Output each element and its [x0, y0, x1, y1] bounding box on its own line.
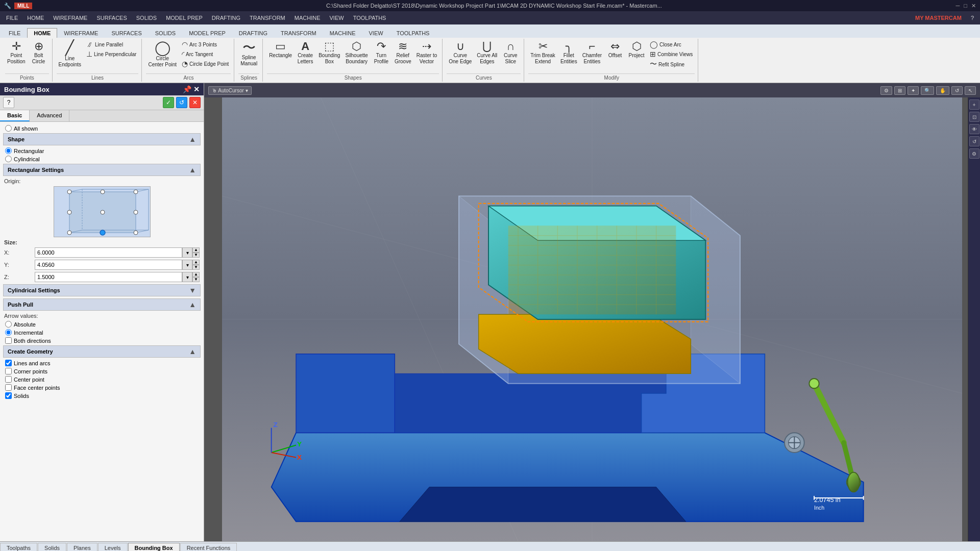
offset-button[interactable]: ⇔ Offset — [605, 40, 625, 60]
circle-center-point-button[interactable]: ◯ CircleCenter Point — [146, 40, 179, 69]
tab-basic[interactable]: Basic — [0, 110, 30, 121]
panel-close-button[interactable]: ✕ — [193, 85, 200, 93]
select-button[interactable]: ↖ — [965, 86, 976, 95]
incremental-label[interactable]: Incremental — [14, 330, 43, 336]
trim-break-extend-button[interactable]: ✂ Trim BreakExtend — [528, 40, 557, 66]
face-center-points-checkbox[interactable] — [5, 384, 12, 391]
x-dropdown-button[interactable]: ▾ — [182, 247, 192, 258]
curve-slice-button[interactable]: ∩ CurveSlice — [500, 40, 521, 66]
rectangle-button[interactable]: ▭ Rectangle — [267, 40, 294, 60]
tab-surfaces[interactable]: SURFACES — [105, 28, 148, 38]
btab-recent-functions[interactable]: Recent Functions — [180, 543, 237, 551]
menu-transform[interactable]: TRANSFORM — [246, 13, 289, 22]
rp-rotate-button[interactable]: ↺ — [969, 136, 979, 146]
cylindrical-settings-header[interactable]: Cylindrical Settings ▼ — [3, 284, 201, 296]
tab-view[interactable]: VIEW — [362, 28, 390, 38]
absolute-label[interactable]: Absolute — [14, 321, 36, 328]
tab-machine[interactable]: MACHINE — [323, 28, 362, 38]
close-button[interactable]: ✕ — [971, 3, 976, 9]
project-button[interactable]: ⬡ Project — [626, 40, 647, 60]
solids-label[interactable]: Solids — [14, 393, 29, 399]
z-dropdown-button[interactable]: ▾ — [182, 272, 192, 282]
menu-surfaces[interactable]: SURFACES — [92, 13, 131, 22]
corner-points-label[interactable]: Corner points — [14, 368, 47, 374]
incremental-radio[interactable] — [5, 329, 12, 336]
line-perpendicular-button[interactable]: ⊥ Line Perpendicular — [84, 49, 138, 59]
tab-toolpaths[interactable]: TOOLPATHS — [390, 28, 436, 38]
menu-solids[interactable]: SOLIDS — [132, 13, 161, 22]
all-shown-label[interactable]: All shown — [14, 126, 38, 132]
menu-wireframe[interactable]: WIREFRAME — [49, 13, 91, 22]
view-options-button[interactable]: ⚙ — [880, 86, 892, 95]
zoom-button[interactable]: 🔍 — [921, 86, 934, 95]
create-letters-button[interactable]: A CreateLetters — [295, 40, 315, 66]
btab-bounding-box[interactable]: Bounding Box — [128, 543, 180, 551]
spline-manual-button[interactable]: 〜 SplineManual — [238, 40, 259, 68]
create-geometry-header[interactable]: Create Geometry ▲ — [3, 345, 201, 358]
bounding-box-button[interactable]: ⬚ BoundingBox — [316, 40, 342, 66]
fillet-entities-button[interactable]: ╮ FilletEntities — [558, 40, 579, 66]
panel-cancel-button[interactable]: ✕ — [189, 97, 201, 108]
tab-model-prep[interactable]: MODEL PREP — [182, 28, 232, 38]
tab-transform[interactable]: TRANSFORM — [274, 28, 323, 38]
absolute-radio[interactable] — [5, 321, 12, 328]
point-position-button[interactable]: ✛ PointPosition — [5, 40, 28, 66]
tab-drafting[interactable]: DRAFTING — [232, 28, 274, 38]
rectangular-label[interactable]: Rectangular — [14, 148, 44, 154]
refit-spline-button[interactable]: 〜 Refit Spline — [648, 59, 695, 69]
center-point-label[interactable]: Center point — [14, 377, 44, 383]
line-endpoints-button[interactable]: ╱ LineEndpoints — [57, 40, 83, 69]
arc-3-points-button[interactable]: ◠ Arc 3 Points — [180, 40, 231, 49]
raster-to-vector-button[interactable]: ⇢ Raster toVector — [414, 40, 439, 66]
rotate-button[interactable]: ↺ — [951, 86, 963, 95]
btab-levels[interactable]: Levels — [98, 543, 128, 551]
curve-all-edges-button[interactable]: ⋃ Curve AllEdges — [475, 40, 499, 66]
solids-checkbox[interactable] — [5, 392, 12, 399]
both-directions-label[interactable]: Both directions — [14, 338, 51, 344]
origin-diagram[interactable] — [54, 186, 151, 237]
push-pull-header[interactable]: Push Pull ▲ — [3, 298, 201, 311]
tab-home[interactable]: HOME — [27, 28, 57, 38]
silhouette-boundary-button[interactable]: ⬡ SilhouetteBoundary — [343, 40, 370, 66]
face-center-points-label[interactable]: Face center points — [14, 385, 60, 391]
menu-file[interactable]: FILE — [2, 13, 22, 22]
lines-arcs-checkbox[interactable] — [5, 360, 12, 366]
turn-profile-button[interactable]: ↷ TurnProfile — [371, 40, 391, 66]
help-button[interactable]: ? — [967, 13, 978, 22]
cylindrical-radio[interactable] — [5, 156, 12, 162]
z-spin-up[interactable]: ▲ — [192, 272, 200, 277]
curve-one-edge-button[interactable]: ∪ CurveOne Edge — [447, 40, 474, 66]
grid-button[interactable]: ⊞ — [894, 86, 905, 95]
y-spin-up[interactable]: ▲ — [192, 260, 200, 265]
center-point-checkbox[interactable] — [5, 376, 12, 383]
menu-home[interactable]: HOME — [23, 13, 48, 22]
rp-plus-button[interactable]: + — [969, 99, 979, 110]
menu-view[interactable]: VIEW — [326, 13, 348, 22]
menu-drafting[interactable]: DRAFTING — [208, 13, 244, 22]
rp-settings-button[interactable]: ⚙ — [969, 148, 979, 159]
tab-advanced[interactable]: Advanced — [30, 110, 69, 121]
chamfer-entities-button[interactable]: ⌐ ChamferEntities — [580, 40, 604, 66]
both-directions-checkbox[interactable] — [5, 337, 12, 344]
btab-planes[interactable]: Planes — [67, 543, 97, 551]
panel-ok-button[interactable]: ✓ — [163, 97, 174, 108]
bolt-circle-button[interactable]: ⊕ BoltCircle — [29, 40, 49, 66]
btab-solids[interactable]: Solids — [38, 543, 66, 551]
panel-help-button[interactable]: ? — [3, 97, 14, 108]
shape-section-header[interactable]: Shape ▲ — [3, 133, 201, 145]
corner-points-checkbox[interactable] — [5, 368, 12, 374]
maximize-button[interactable]: □ — [964, 3, 967, 9]
rp-view-button[interactable]: 👁 — [969, 124, 979, 134]
menu-model-prep[interactable]: MODEL PREP — [162, 13, 207, 22]
y-spin-down[interactable]: ▼ — [192, 265, 200, 270]
tab-file[interactable]: FILE — [2, 28, 27, 38]
snap-button[interactable]: ✦ — [908, 86, 919, 95]
close-arc-button[interactable]: ◯ Close Arc — [648, 40, 695, 49]
y-size-input[interactable] — [35, 260, 182, 270]
arc-tangent-button[interactable]: ◜ Arc Tangent — [180, 49, 231, 59]
my-mastercam-link[interactable]: MY MASTERCAM — [911, 13, 966, 22]
btab-toolpaths[interactable]: Toolpaths — [0, 543, 37, 551]
menu-toolpaths[interactable]: TOOLPATHS — [349, 13, 390, 22]
z-size-input[interactable] — [35, 272, 182, 282]
rectangular-radio[interactable] — [5, 147, 12, 154]
